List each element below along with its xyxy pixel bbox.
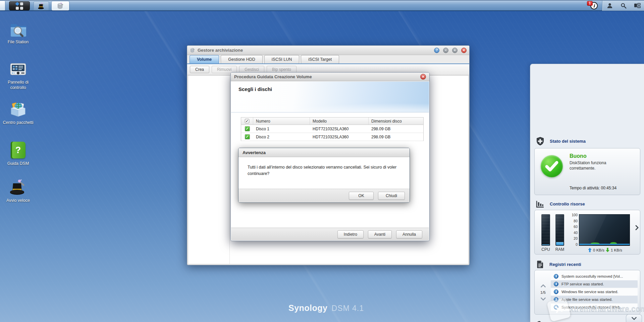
network-line	[579, 244, 630, 245]
taskbar-right-cluster	[602, 1, 644, 11]
status-value: Buono	[570, 153, 587, 159]
back-button[interactable]: Indietro	[337, 230, 364, 238]
window-titlebar[interactable]: Gestore archiviazione ? • + ✕	[187, 46, 469, 55]
log-row[interactable]: iWindows file service was started.	[551, 288, 638, 295]
upload-arrow-icon	[588, 248, 592, 252]
section-title: Stato del sistema	[550, 139, 586, 144]
log-row[interactable]: iSystem successfully removed [Vol...	[551, 273, 638, 280]
main-menu-button[interactable]	[9, 1, 30, 10]
tab-iscsi-lun[interactable]: iSCSI LUN	[264, 55, 299, 63]
wizard-title: Procedura Guidata Creazione Volume	[234, 74, 420, 79]
column-header-dimensioni[interactable]: Dimensioni disco	[369, 118, 423, 125]
wizard-titlebar[interactable]: Procedura Guidata Creazione Volume ✕	[231, 73, 429, 81]
table-row[interactable]: ✓ Disco 2 HDT721032SLA360 298.09 GB	[241, 133, 423, 141]
file-station-icon	[9, 20, 27, 38]
document-icon	[536, 260, 544, 269]
network-stats: 0 KB/s 1 KB/s	[575, 248, 635, 252]
pilot-view-button[interactable]	[632, 1, 642, 10]
next-button[interactable]: Avanti	[368, 230, 392, 238]
storage-manager-icon	[190, 48, 195, 53]
resource-monitor-header: Controllo risorse	[536, 199, 585, 209]
log-row[interactable]: iSystem successfully stopped Web...	[551, 304, 638, 311]
tab-volume[interactable]: Volume	[190, 55, 219, 63]
notifications-button[interactable]: i 1	[588, 2, 599, 10]
info-icon: i	[554, 297, 558, 302]
taskbar: i 1	[0, 0, 644, 11]
volume-creation-wizard: Procedura Guidata Creazione Volume ✕ Sce…	[230, 72, 430, 241]
notification-badge: 1	[587, 1, 593, 6]
desktop-icon-label: Centro pacchetti	[1, 120, 35, 126]
taskbar-app-storage-manager[interactable]	[52, 1, 69, 10]
expand-monitor-chevron[interactable]	[635, 225, 639, 232]
resource-monitor-card[interactable]: CPU RAM 10080 6040 200 0 KB/s 1 KB/s	[534, 210, 640, 255]
desktop-icon-label: Guida DSM	[1, 161, 35, 167]
warning-dialog: Avvertenza Tutti i dati all’interno del …	[238, 148, 410, 203]
storage-manager-icon	[57, 2, 64, 10]
search-icon	[621, 3, 627, 9]
section-title: Controllo risorse	[550, 201, 585, 206]
main-menu-icon	[16, 2, 23, 10]
log-row[interactable]: iApple file service was started.	[551, 296, 638, 303]
package-center-icon	[9, 101, 27, 119]
desktop-icon-dsm-help[interactable]: ? Guida DSM	[1, 141, 35, 167]
row-checkbox[interactable]: ✓	[245, 126, 250, 131]
wizard-footer: Indietro Avanti Annulla	[231, 228, 429, 240]
tab-iscsi-target[interactable]: iSCSI Target	[301, 55, 339, 63]
row-checkbox[interactable]: ✓	[245, 134, 250, 139]
magic-hat-icon	[9, 179, 27, 197]
dsm-help-icon: ?	[9, 142, 27, 160]
window-close-button[interactable]: ✕	[461, 48, 467, 53]
column-header-numero[interactable]: Numero	[253, 118, 310, 125]
person-icon	[607, 3, 613, 9]
show-desktop-button[interactable]	[0, 1, 5, 10]
window-minimize-button[interactable]: •	[443, 48, 448, 53]
search-button[interactable]	[619, 1, 629, 10]
desktop-icon-package-center[interactable]: Centro pacchetti	[1, 101, 35, 126]
system-status-card: Buono DiskStation funziona correttamente…	[534, 148, 640, 195]
desktop-icon-control-panel[interactable]: Pannello di controllo	[1, 60, 35, 90]
warning-message: Tutti i dati all’interno del disco selez…	[238, 157, 410, 189]
taskbar-app-quick-start[interactable]	[34, 1, 49, 10]
upload-rate: 0 KB/s	[593, 248, 604, 252]
desktop-icon-label: Avvio veloce	[1, 198, 35, 203]
ram-label: RAM	[555, 247, 565, 252]
status-description: DiskStation funziona correttamente.	[570, 160, 625, 171]
status-ok-icon	[541, 155, 563, 177]
download-arrow-icon	[606, 248, 609, 252]
select-all-checkbox[interactable]: ✓	[245, 119, 249, 123]
table-row[interactable]: ✓ Disco 1 HDT721032SLA360 298.09 GB	[241, 125, 423, 133]
window-maximize-button[interactable]: +	[452, 48, 458, 53]
cancel-button[interactable]: Annulla	[396, 230, 422, 238]
cell-dimensioni: 298.09 GB	[369, 133, 423, 141]
cell-modello: HDT721032SLA360	[310, 133, 369, 141]
create-button[interactable]: Crea	[190, 66, 209, 73]
ram-gauge	[555, 214, 564, 246]
desktop-icon-quick-start[interactable]: Avvio veloce	[1, 179, 35, 203]
desktop-icon-label: File Station	[1, 40, 35, 45]
recent-logs-header: Registri recenti	[536, 260, 581, 269]
shield-icon	[536, 137, 545, 146]
desktop-icon-label: Pannello di controllo	[1, 80, 35, 90]
disk-table: ✓ Numero Modello Dimensioni disco ✓ Disc…	[241, 117, 424, 141]
recent-logs-card: 1/5 iSystem successfully removed [Vol...…	[534, 270, 640, 315]
page-up-chevron[interactable]	[541, 284, 546, 287]
brand-text: Synology	[288, 303, 328, 313]
chiudi-button[interactable]: Chiudi	[378, 192, 405, 200]
desktop-icon-file-station[interactable]: File Station	[1, 20, 35, 45]
wizard-close-button[interactable]: ✕	[420, 74, 426, 80]
page-down-chevron[interactable]	[541, 297, 546, 301]
column-header-modello[interactable]: Modello	[310, 118, 369, 125]
network-axis: 10080 6040 200	[567, 213, 578, 246]
window-help-button[interactable]: ?	[434, 48, 439, 53]
wizard-banner: Scegli i dischi	[231, 82, 429, 112]
dsm-watermark: SynologyDSM 4.1	[288, 303, 364, 313]
ok-button[interactable]: OK	[349, 192, 374, 200]
section-title: Registri recenti	[549, 262, 581, 267]
version-text: DSM 4.1	[332, 304, 364, 313]
download-rate: 1 KB/s	[611, 248, 622, 252]
network-graph	[579, 214, 630, 246]
user-menu-button[interactable]	[605, 1, 615, 10]
panel-collapse-button[interactable]	[626, 314, 642, 322]
log-row[interactable]: iFTP service was started.	[551, 280, 638, 288]
tab-gestione-hdd[interactable]: Gestione HDD	[221, 55, 263, 63]
